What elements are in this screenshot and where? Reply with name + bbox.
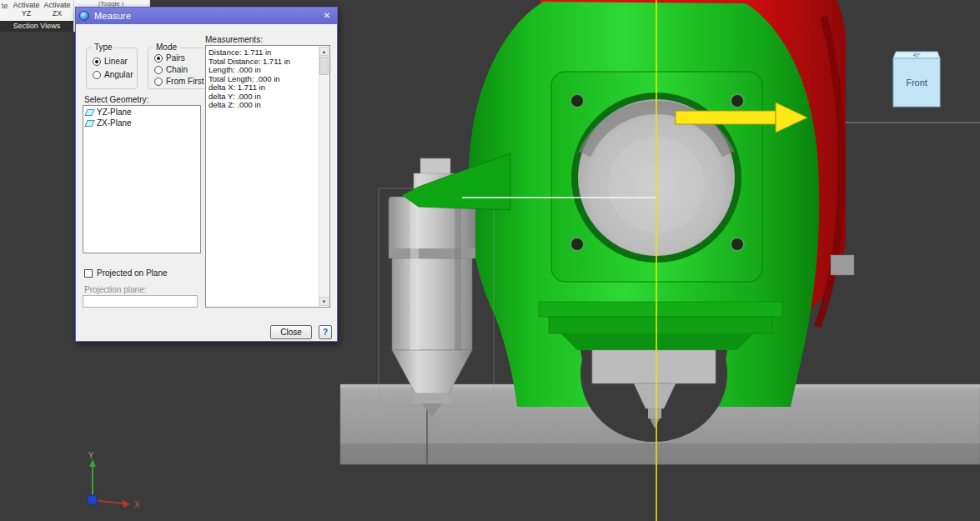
- fixture-tab: [831, 255, 854, 275]
- bolt-hole: [570, 94, 584, 108]
- geometry-listbox[interactable]: YZ-Plane ZX-Plane: [83, 105, 201, 253]
- activate-yz-button[interactable]: Activate YZ: [11, 1, 42, 18]
- measurement-line: Distance: 1.711 in: [209, 48, 317, 58]
- lower-flange-slab-2: [549, 317, 772, 333]
- measurements-panel: Distance: 1.711 in Total Distance: 1.711…: [205, 45, 330, 308]
- toolbar-fragment: te: [2, 2, 8, 10]
- projected-on-plane-row[interactable]: Projected on Plane: [84, 268, 168, 278]
- measurements-text: Distance: 1.711 in Total Distance: 1.711…: [209, 48, 317, 110]
- plane-icon: [84, 120, 94, 127]
- geometry-item-label: ZX-Plane: [97, 118, 132, 128]
- radio-pairs-label: Pairs: [166, 53, 185, 63]
- radio-angular-label: Angular: [104, 70, 133, 79]
- cylinder-highlight: [410, 197, 419, 350]
- toolbar-divider: [73, 0, 74, 21]
- view-cube[interactable]: 45° Front: [893, 52, 940, 107]
- radio-linear[interactable]: Linear: [93, 57, 128, 66]
- radio-chain[interactable]: Chain: [154, 65, 188, 74]
- activate-zx-button[interactable]: Activate ZX: [42, 1, 73, 18]
- projection-plane-label: Projection plane:: [84, 285, 147, 294]
- radio-chain-label: Chain: [166, 65, 188, 74]
- dialog-close-icon[interactable]: ✕: [320, 10, 334, 22]
- radio-pairs-icon[interactable]: [154, 54, 163, 63]
- application-window: 45° Front Y X te Activate YZ Activate ZX…: [0, 0, 980, 521]
- help-button[interactable]: ?: [319, 325, 332, 339]
- x-axis-label: X: [134, 500, 140, 509]
- scrollbar-thumb[interactable]: [319, 57, 329, 75]
- y-axis-label: Y: [88, 451, 94, 460]
- measurement-line: delta X: 1.711 in: [209, 83, 317, 93]
- mode-group: Mode Pairs Chain From First: [148, 48, 206, 89]
- section-views-tab[interactable]: Section Views: [0, 21, 73, 32]
- lower-flange-slab: [539, 302, 782, 317]
- bolt-hole: [731, 94, 744, 108]
- z-axis-marker: [88, 495, 97, 504]
- dialog-title: Measure: [94, 11, 131, 21]
- mode-group-label: Mode: [153, 43, 179, 52]
- measure-dialog-icon: [79, 11, 89, 21]
- type-group: Type Linear Angular: [86, 48, 138, 89]
- radio-pairs[interactable]: Pairs: [154, 53, 185, 63]
- measurements-label: Measurements:: [205, 35, 263, 44]
- scroll-up-icon[interactable]: ▲: [319, 47, 329, 56]
- radio-from-first-icon[interactable]: [154, 78, 163, 86]
- scroll-down-icon[interactable]: ▼: [319, 297, 329, 306]
- cylinder-shadow: [455, 197, 461, 350]
- measurement-line: delta Z: .000 in: [209, 101, 317, 110]
- geometry-item-zx-plane[interactable]: ZX-Plane: [84, 118, 199, 128]
- geometry-item-label: YZ-Plane: [97, 108, 132, 117]
- radio-chain-icon[interactable]: [154, 66, 163, 74]
- select-geometry-label: Select Geometry:: [84, 95, 148, 104]
- radio-angular[interactable]: Angular: [93, 70, 133, 79]
- view-cube-front-label[interactable]: Front: [906, 78, 927, 88]
- projected-on-plane-checkbox[interactable]: [84, 269, 93, 278]
- radio-from-first-label: From First: [166, 77, 204, 86]
- view-cube-top-label: 45°: [912, 53, 921, 58]
- bolt-hole: [570, 238, 584, 251]
- dialog-titlebar[interactable]: Measure ✕: [76, 8, 337, 24]
- measurement-line: Length: .000 in: [209, 66, 317, 75]
- radio-linear-label: Linear: [104, 57, 128, 66]
- radio-linear-icon[interactable]: [93, 58, 101, 66]
- bolt-hole: [731, 238, 744, 251]
- close-button[interactable]: Close: [270, 325, 312, 339]
- projected-on-plane-label: Projected on Plane: [97, 268, 168, 278]
- radio-from-first[interactable]: From First: [154, 77, 204, 86]
- lower-flange-skirt: [560, 333, 754, 350]
- plane-icon: [84, 109, 94, 116]
- radio-angular-icon[interactable]: [93, 71, 101, 79]
- type-group-label: Type: [92, 43, 115, 52]
- projection-plane-input[interactable]: [83, 295, 198, 308]
- measurements-scrollbar[interactable]: ▲ ▼: [319, 47, 329, 306]
- geometry-item-yz-plane[interactable]: YZ-Plane: [84, 107, 199, 118]
- measure-dialog: Measure ✕ Type Linear Angular Mode Pairs: [75, 7, 338, 342]
